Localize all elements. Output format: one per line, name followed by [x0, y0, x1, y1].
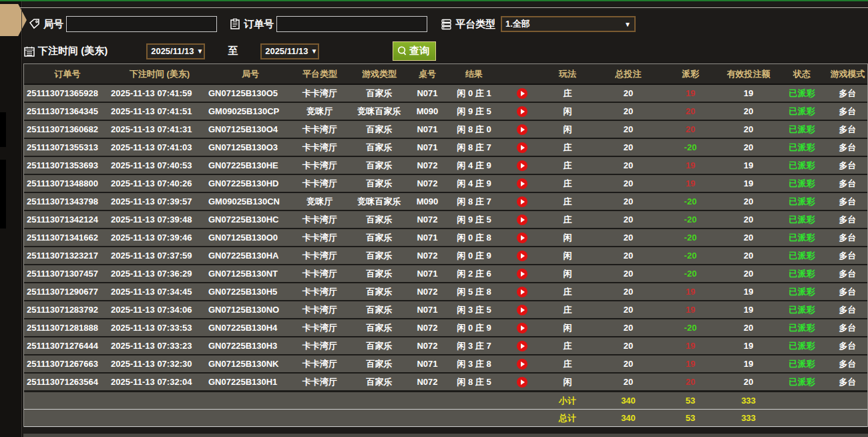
cell-round-no: GN07125B130NT — [208, 269, 292, 279]
cell-result: 闲 8 庄 7 — [443, 196, 505, 208]
cell-bet-time: 2025-11-13 07:34:45 — [111, 287, 208, 297]
cell-order-no: 251113071276444 — [24, 341, 111, 351]
cell-result: 闲 9 庄 5 — [443, 214, 505, 226]
cell-payout: 19 — [661, 359, 720, 369]
cell-platform: 卡卡湾厅 — [292, 322, 347, 334]
platform-type-select[interactable]: 1.全部 ▼ — [501, 16, 636, 32]
cell-play-type: 庄 — [539, 340, 596, 352]
cell-total-bet: 20 — [596, 178, 661, 188]
collapsed-panel-tab[interactable] — [0, 4, 27, 36]
bet-records-table: 订单号 下注时间 (美东) 局号 平台类型 游戏类型 桌号 结果 玩法 总投注 … — [23, 63, 868, 427]
play-replay-button[interactable] — [517, 251, 527, 261]
play-replay-button[interactable] — [517, 341, 527, 351]
cell-valid-bet: 19 — [720, 341, 777, 351]
play-replay-button[interactable] — [517, 377, 527, 388]
search-button[interactable]: 查询 — [393, 41, 436, 61]
cell-platform: 卡卡湾厅 — [292, 160, 347, 172]
cell-bet-time: 2025-11-13 07:41:59 — [111, 88, 208, 98]
cell-result: 闲 3 庄 7 — [443, 340, 505, 352]
table-row: 251113071355313 2025-11-13 07:41:03 GN07… — [24, 139, 867, 157]
filter-bar: 局号 订单号 平台类型 1.全部 ▼ — [23, 8, 868, 63]
cell-game-mode: 多台 — [827, 214, 868, 226]
col-header-game: 游戏类型 — [347, 68, 411, 80]
play-replay-button[interactable] — [517, 196, 527, 207]
cell-replay — [505, 142, 539, 153]
cell-round-no: GN07125B130O5 — [208, 88, 292, 98]
cell-payout: -20 — [661, 196, 720, 206]
cell-platform: 卡卡湾厅 — [292, 142, 347, 154]
cell-platform: 卡卡湾厅 — [292, 232, 347, 244]
date-to-select[interactable]: 2025/11/13 ▼ — [260, 43, 319, 59]
cell-payout: 20 — [661, 377, 720, 387]
col-header-time: 下注时间 (美东) — [111, 68, 208, 80]
cell-game-type: 百家乐 — [347, 322, 411, 334]
cell-result: 闲 0 庄 9 — [443, 250, 505, 262]
cell-round-no: GN07225B130HC — [208, 214, 292, 225]
col-header-valid: 有效投注额 — [720, 68, 777, 80]
cell-payout: -20 — [661, 323, 720, 333]
play-replay-button[interactable] — [517, 160, 527, 171]
bet-time-label: 下注时间 (美东) — [38, 45, 107, 57]
cell-replay — [505, 88, 539, 99]
play-replay-button[interactable] — [517, 305, 527, 315]
play-replay-button[interactable] — [517, 359, 527, 370]
cell-valid-bet: 20 — [720, 214, 777, 225]
table-header-row: 订单号 下注时间 (美东) 局号 平台类型 游戏类型 桌号 结果 玩法 总投注 … — [24, 64, 867, 85]
cell-round-no: GN07225B130H3 — [208, 341, 292, 351]
cell-replay — [505, 268, 539, 279]
play-replay-button[interactable] — [517, 214, 527, 225]
play-replay-button[interactable] — [517, 124, 527, 135]
cell-game-mode: 多台 — [827, 250, 868, 262]
cell-table-no: N072 — [411, 178, 443, 188]
cell-replay — [505, 214, 539, 225]
play-replay-button[interactable] — [517, 269, 527, 279]
order-no-input[interactable] — [276, 16, 427, 32]
play-replay-button[interactable] — [517, 106, 527, 117]
cell-order-no: 251113071323217 — [24, 251, 111, 261]
cell-payout: 20 — [661, 124, 720, 134]
play-replay-button[interactable] — [517, 323, 527, 333]
cell-valid-bet: 19 — [720, 305, 777, 315]
cell-play-type: 闲 — [539, 250, 596, 262]
cell-payout: -20 — [661, 269, 720, 279]
play-replay-button[interactable] — [517, 178, 527, 189]
cell-status: 已派彩 — [777, 214, 827, 226]
cell-round-no: GN07125B130O0 — [208, 233, 292, 243]
cell-order-no: 251113071348800 — [24, 178, 111, 188]
cell-game-type: 百家乐 — [347, 214, 411, 226]
col-header-order: 订单号 — [24, 68, 111, 80]
table-row: 251113071307457 2025-11-13 07:36:29 GN07… — [24, 265, 867, 283]
play-replay-button[interactable] — [517, 233, 527, 243]
cell-game-mode: 多台 — [827, 124, 868, 136]
cell-table-no: N071 — [411, 88, 443, 98]
cell-payout: 19 — [661, 287, 720, 297]
cell-game-mode: 多台 — [827, 268, 868, 280]
cell-table-no: N071 — [411, 124, 443, 134]
cell-replay — [505, 322, 539, 333]
cell-order-no: 251113071281888 — [24, 323, 111, 333]
order-no-label: 订单号 — [244, 18, 274, 31]
round-no-input[interactable] — [66, 16, 217, 32]
cell-valid-bet: 19 — [720, 160, 777, 170]
cell-game-type: 百家乐 — [347, 124, 411, 136]
cell-replay — [505, 376, 539, 388]
cell-total-bet: 20 — [596, 214, 661, 225]
date-from-select[interactable]: 2025/11/13 ▼ — [146, 43, 205, 59]
cell-game-type: 百家乐 — [347, 304, 411, 316]
cell-valid-bet: 20 — [720, 124, 777, 134]
cell-status: 已派彩 — [777, 250, 827, 262]
table-row: 251113071323217 2025-11-13 07:37:59 GN07… — [24, 247, 867, 265]
play-replay-button[interactable] — [517, 142, 527, 153]
cell-status: 已派彩 — [777, 322, 827, 334]
cell-total-bet: 20 — [596, 142, 661, 152]
play-replay-button[interactable] — [517, 88, 527, 99]
cell-valid-bet: 20 — [720, 106, 777, 116]
cell-valid-bet: 20 — [720, 142, 777, 152]
cell-round-no: GM09025B130CP — [208, 106, 292, 116]
cell-order-no: 251113071290677 — [24, 287, 111, 297]
cell-bet-time: 2025-11-13 07:32:04 — [111, 377, 208, 387]
cell-table-no: N072 — [411, 377, 443, 387]
cell-platform: 卡卡湾厅 — [292, 178, 347, 190]
cell-payout: 19 — [661, 178, 720, 188]
play-replay-button[interactable] — [517, 287, 527, 297]
